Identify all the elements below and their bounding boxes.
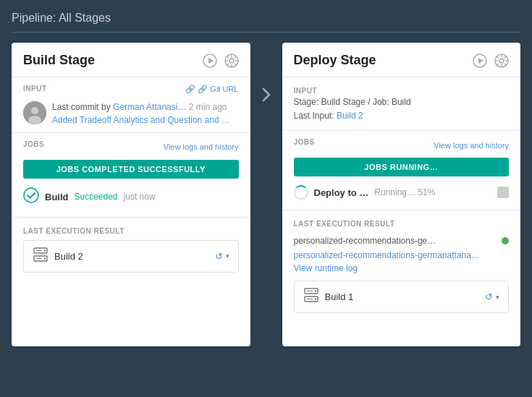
- svg-line-33: [497, 63, 499, 64]
- build-last-exec-label: LAST EXECUTION RESULT: [23, 227, 124, 235]
- deploy-jobs-section: JOBS View logs and history JOBS RUNNING……: [282, 131, 521, 210]
- exec-server-icon: [33, 247, 48, 266]
- svg-point-37: [314, 299, 316, 300]
- git-url-link[interactable]: 🔗 🔗 Git URL: [185, 85, 238, 94]
- deploy-last-exec-label: LAST EXECUTION RESULT: [294, 220, 395, 228]
- commit-info: Last commit by German Attanasi… 2 min ag…: [23, 101, 239, 125]
- deploy-stage-title: Deploy Stage: [294, 53, 376, 68]
- avatar: [23, 101, 46, 124]
- build-input-section: INPUT 🔗 🔗 Git URL: [12, 77, 250, 133]
- build-last-exec-section: LAST EXECUTION RESULT: [12, 218, 250, 280]
- build-jobs-label: JOBS: [23, 140, 44, 148]
- link-icon: 🔗: [185, 85, 195, 94]
- deploy-exec-item: Build 1 ↺ ▾: [294, 281, 510, 313]
- deploy-stage-ref: Stage: Build Stage / Job: Build: [294, 95, 510, 109]
- deploy-last-input: Last Input: Build 2: [294, 109, 510, 123]
- deploy-refresh-icon: ↺: [485, 291, 493, 302]
- deploy-stage-header: Deploy Stage: [282, 43, 521, 77]
- deploy-jobs-banner: JOBS RUNNING…: [294, 158, 510, 176]
- build-gear-icon[interactable]: [224, 54, 239, 68]
- build-jobs-header: JOBS View logs and history: [23, 140, 239, 154]
- deploy-rec-row: personalized-recommendations-ge… persona…: [294, 229, 510, 276]
- deploy-input-section: INPUT Stage: Build Stage / Job: Build La…: [282, 77, 521, 131]
- exec-name: Build 2: [54, 251, 83, 262]
- job-time: just now: [124, 192, 156, 202]
- commit-time: 2 min ago: [189, 102, 227, 112]
- deploy-jobs-label: JOBS: [294, 138, 315, 146]
- deploy-view-logs-link[interactable]: View logs and history: [434, 141, 509, 150]
- exec-left: Build 2: [33, 247, 83, 266]
- build-stage-card: Build Stage: [12, 43, 250, 346]
- commit-message-link[interactable]: Added Tradeoff Analytics and Question an…: [52, 115, 230, 125]
- job-success-icon: [23, 187, 39, 207]
- page-title: Pipeline: All Stages: [12, 12, 520, 33]
- deploy-gear-icon[interactable]: [494, 54, 509, 68]
- commit-author: German Attanasi…: [113, 102, 186, 112]
- deploy-stage-icons: [473, 54, 509, 68]
- exec-refresh-btn[interactable]: ↺ ▾: [215, 251, 229, 262]
- job-name: Build: [45, 192, 69, 202]
- build-stage-icons: [203, 54, 239, 68]
- deploy-exec-left: Build 1: [303, 287, 354, 307]
- deploy-stage-card: Deploy Stage: [282, 43, 521, 346]
- rec-name-row: personalized-recommendations-ge…: [294, 234, 510, 247]
- build-jobs-banner: JOBS COMPLETED SUCCESSFULLY: [23, 160, 239, 179]
- svg-point-13: [31, 107, 38, 114]
- svg-line-10: [234, 56, 235, 58]
- svg-point-36: [314, 291, 316, 292]
- stop-button[interactable]: [497, 187, 509, 198]
- deploy-exec-name: Build 1: [325, 291, 354, 302]
- deploy-last-exec-section: LAST EXECUTION RESULT personalized-recom…: [282, 210, 521, 320]
- commit-prefix: Last commit by: [52, 102, 111, 112]
- svg-point-25: [499, 59, 504, 63]
- deploy-exec-server-icon: [303, 287, 319, 307]
- deploy-job-name: Deploy to …: [314, 187, 369, 198]
- deploy-job-row: Deploy to … Running… 51%: [294, 182, 510, 202]
- commit-text: Last commit by German Attanasi… 2 min ag…: [52, 101, 230, 114]
- commit-details: Last commit by German Attanasi… 2 min ag…: [52, 101, 230, 125]
- deploy-play-icon[interactable]: [473, 54, 487, 68]
- refresh-icon: ↺: [215, 251, 223, 262]
- svg-line-8: [227, 56, 229, 58]
- rec-link[interactable]: personalized-recommendations-germanattan…: [294, 250, 510, 260]
- svg-line-32: [504, 56, 506, 58]
- svg-line-31: [504, 63, 506, 64]
- svg-point-19: [44, 257, 46, 259]
- job-status: Succeeded: [75, 192, 118, 202]
- chevron-down-icon: ▾: [226, 252, 229, 260]
- deploy-input-label: INPUT: [294, 87, 318, 95]
- svg-marker-23: [478, 58, 484, 64]
- svg-point-18: [44, 249, 46, 251]
- stage-connector: [250, 86, 282, 103]
- svg-point-3: [229, 59, 234, 63]
- build-stage-header: Build Stage: [12, 43, 250, 77]
- status-dot-green: [502, 237, 509, 244]
- svg-point-15: [24, 188, 38, 202]
- svg-line-9: [234, 63, 235, 64]
- build-job-row: Build Succeeded just now: [23, 184, 239, 210]
- view-runtime-log-link[interactable]: View runtime log: [294, 263, 510, 273]
- svg-line-11: [227, 63, 229, 64]
- svg-marker-1: [208, 58, 214, 64]
- build-exec-item: Build 2 ↺ ▾: [23, 240, 239, 273]
- deploy-exec-refresh-btn[interactable]: ↺ ▾: [485, 291, 499, 302]
- build-stage-title: Build Stage: [23, 53, 95, 68]
- build-play-icon[interactable]: [203, 54, 217, 68]
- deploy-last-input-link[interactable]: Build 2: [337, 111, 363, 121]
- deploy-chevron-down-icon: ▾: [496, 294, 499, 301]
- deploy-jobs-header: JOBS View logs and history: [294, 138, 510, 152]
- build-jobs-section: JOBS View logs and history JOBS COMPLETE…: [12, 133, 250, 218]
- build-view-logs-link[interactable]: View logs and history: [164, 142, 239, 151]
- running-spinner: [294, 185, 308, 200]
- deploy-job-status: Running… 51%: [374, 187, 435, 197]
- build-input-label: INPUT: [23, 85, 47, 93]
- svg-line-30: [497, 56, 499, 58]
- rec-name: personalized-recommendations-ge…: [294, 236, 436, 246]
- svg-point-14: [28, 116, 41, 124]
